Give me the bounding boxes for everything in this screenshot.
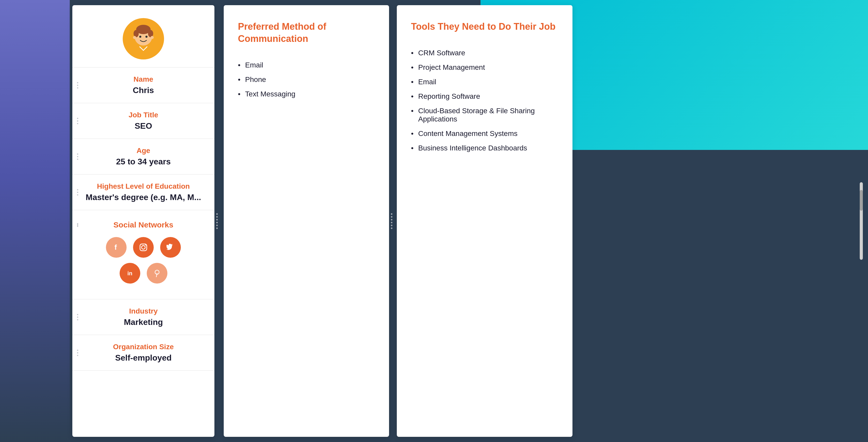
field-dots-5 <box>77 314 78 320</box>
svg-point-11 <box>142 245 145 249</box>
tools-card: Tools They Need to Do Their Job CRM Soft… <box>397 5 572 437</box>
education-label: Highest Level of Education <box>97 182 190 190</box>
svg-text:in: in <box>127 270 132 276</box>
social-icons-row-2: in <box>120 263 167 284</box>
list-item: Reporting Software <box>411 89 558 104</box>
avatar-section <box>123 5 164 67</box>
list-item: Phone <box>238 72 375 87</box>
industry-value: Marketing <box>124 317 163 327</box>
age-value: 25 to 34 years <box>116 157 171 167</box>
age-field: Age 25 to 34 years <box>72 139 214 175</box>
field-dots-6 <box>77 350 78 356</box>
education-value: Master's degree (e.g. MA, M... <box>86 193 201 202</box>
social-title: Social Networks <box>114 220 173 229</box>
job-title-label: Job Title <box>129 111 158 119</box>
scrollbar[interactable] <box>860 182 863 260</box>
list-item: CRM Software <box>411 46 558 60</box>
org-size-field: Organization Size Self-employed <box>72 335 214 371</box>
communication-card: Preferred Method of Communication Email … <box>224 5 389 437</box>
resize-handle-1[interactable] <box>214 213 220 229</box>
profile-card: Name Chris Job Title SEO Age 25 to 34 ye… <box>72 5 214 437</box>
age-label: Age <box>137 147 150 155</box>
svg-point-8 <box>151 36 154 39</box>
industry-field: Industry Marketing <box>72 299 214 335</box>
pinterest-icon[interactable] <box>147 263 167 284</box>
svg-point-7 <box>133 36 136 39</box>
field-dots-4 <box>77 189 78 196</box>
list-item: Project Management <box>411 60 558 75</box>
instagram-icon[interactable] <box>133 237 154 258</box>
list-item: Cloud-Based Storage & File Sharing Appli… <box>411 104 558 126</box>
list-item: Content Management Systems <box>411 126 558 141</box>
svg-point-5 <box>139 36 141 38</box>
field-dots <box>77 82 78 88</box>
social-icons-row-1: f <box>106 237 181 258</box>
org-size-label: Organization Size <box>113 343 174 351</box>
list-item: Email <box>411 75 558 89</box>
list-item: Email <box>238 58 375 72</box>
facebook-icon[interactable]: f <box>106 237 127 258</box>
tools-title: Tools They Need to Do Their Job <box>411 21 558 33</box>
social-dots <box>77 223 78 227</box>
list-item: Business Intelligence Dashboards <box>411 141 558 155</box>
job-title-field: Job Title SEO <box>72 103 214 139</box>
svg-text:f: f <box>115 243 117 251</box>
twitter-icon[interactable] <box>160 237 181 258</box>
communication-list: Email Phone Text Messaging <box>238 58 375 101</box>
avatar <box>123 18 164 59</box>
communication-title: Preferred Method of Communication <box>238 21 375 45</box>
background-left <box>0 0 70 442</box>
svg-point-12 <box>145 244 146 245</box>
scrollbar-thumb[interactable] <box>860 190 863 211</box>
education-field: Highest Level of Education Master's degr… <box>72 175 214 210</box>
main-container: Name Chris Job Title SEO Age 25 to 34 ye… <box>70 0 868 442</box>
job-title-value: SEO <box>134 121 152 131</box>
field-dots-3 <box>77 153 78 160</box>
tools-list: CRM Software Project Management Email Re… <box>411 46 558 155</box>
resize-handle-2[interactable] <box>389 213 394 229</box>
list-item: Text Messaging <box>238 87 375 101</box>
name-label: Name <box>133 75 153 84</box>
name-value: Chris <box>133 86 154 95</box>
field-dots-2 <box>77 118 78 124</box>
org-size-value: Self-employed <box>115 353 172 363</box>
industry-label: Industry <box>129 307 158 315</box>
name-field: Name Chris <box>72 67 214 103</box>
svg-point-6 <box>146 36 148 38</box>
linkedin-icon[interactable]: in <box>120 263 140 284</box>
social-section: Social Networks f <box>72 210 214 299</box>
